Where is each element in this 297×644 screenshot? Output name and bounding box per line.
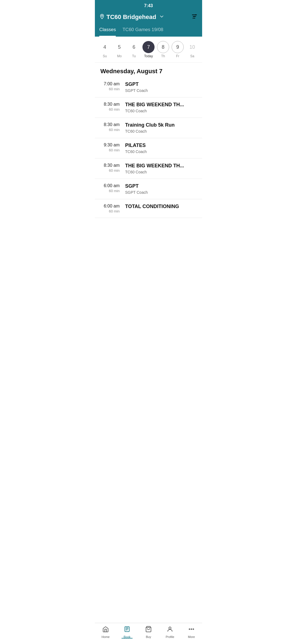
class-info-6: TOTAL CONDITIONING <box>125 204 197 211</box>
class-info-0: SGPT SGPT Coach <box>125 81 197 93</box>
class-time-2: 8:30 am 60 min <box>100 122 125 132</box>
class-time-6: 6:00 am 60 min <box>100 204 125 213</box>
class-time-4: 8:30 am 60 min <box>100 163 125 173</box>
status-time: 7:43 <box>144 3 153 8</box>
filter-button[interactable] <box>191 13 198 21</box>
day-item-su[interactable]: 4 Su <box>98 41 111 58</box>
day-number-5: 5 <box>113 41 125 53</box>
location-name-text: TC60 Bridgehead <box>106 13 156 21</box>
class-item-5[interactable]: 6:00 am 60 min SGPT SGPT Coach <box>95 179 202 199</box>
day-item-fr[interactable]: 9 Fr <box>171 41 184 58</box>
day-label-fr: Fr <box>176 54 179 58</box>
day-number-8: 8 <box>157 41 169 53</box>
svg-point-0 <box>101 15 103 16</box>
class-item-0[interactable]: 7:00 am 60 min SGPT SGPT Coach <box>95 77 202 97</box>
tab-tc60games[interactable]: TC60 Games 19/08 <box>122 24 163 37</box>
class-time-1: 8:30 am 60 min <box>100 102 125 111</box>
class-info-4: THE BIG WEEKEND TH... TC60 Coach <box>125 163 197 174</box>
class-item-3[interactable]: 9:30 am 60 min PILATES TC60 Coach <box>95 138 202 159</box>
day-label-today: Today <box>144 54 153 58</box>
class-item-1[interactable]: 8:30 am 60 min THE BIG WEEKEND TH... TC6… <box>95 97 202 118</box>
header-location-bar: TC60 Bridgehead <box>99 12 198 24</box>
class-info-5: SGPT SGPT Coach <box>125 183 197 195</box>
day-item-sa[interactable]: 10 Sa <box>186 41 199 58</box>
class-time-5: 6:00 am 60 min <box>100 183 125 193</box>
location-selector[interactable]: TC60 Bridgehead <box>99 13 164 21</box>
day-number-7: 7 <box>142 41 155 53</box>
day-label-sa: Sa <box>190 54 194 58</box>
class-info-2: Training Club 5k Run TC60 Coach <box>125 122 197 133</box>
class-info-1: THE BIG WEEKEND TH... TC60 Coach <box>125 102 197 113</box>
day-number-6: 6 <box>128 41 140 53</box>
day-label-tu: Tu <box>132 54 136 58</box>
date-heading: Wednesday, August 7 <box>95 63 202 77</box>
class-item-2[interactable]: 8:30 am 60 min Training Club 5k Run TC60… <box>95 118 202 138</box>
day-number-10: 10 <box>186 41 198 53</box>
chevron-down-icon <box>159 14 164 20</box>
class-time-3: 9:30 am 60 min <box>100 143 125 152</box>
header-tabs: Classes TC60 Games 19/08 <box>99 24 198 37</box>
day-label-mo: Mo <box>117 54 122 58</box>
day-label-su: Su <box>103 54 107 58</box>
tab-classes[interactable]: Classes <box>99 24 116 37</box>
day-label-th: Th <box>161 54 165 58</box>
day-item-th[interactable]: 8 Th <box>156 41 170 58</box>
class-item-6[interactable]: 6:00 am 60 min TOTAL CONDITIONING <box>95 199 202 218</box>
day-number-9: 9 <box>172 41 184 53</box>
day-item-today[interactable]: 7 Today <box>142 41 155 58</box>
day-item-mo[interactable]: 5 Mo <box>113 41 126 58</box>
class-info-3: PILATES TC60 Coach <box>125 143 197 154</box>
location-pin-icon <box>99 14 105 21</box>
header: TC60 Bridgehead Classes TC60 Games 19 <box>95 10 202 37</box>
status-bar: 7:43 <box>95 0 202 10</box>
day-item-tu[interactable]: 6 Tu <box>127 41 141 58</box>
day-selector: 4 Su 5 Mo 6 Tu 7 Today 8 Th 9 Fr 10 <box>95 37 202 63</box>
class-item-4[interactable]: 8:30 am 60 min THE BIG WEEKEND TH... TC6… <box>95 159 202 179</box>
day-number-4: 4 <box>99 41 111 53</box>
class-list: 7:00 am 60 min SGPT SGPT Coach 8:30 am 6… <box>95 77 202 240</box>
class-time-0: 7:00 am 60 min <box>100 81 125 91</box>
